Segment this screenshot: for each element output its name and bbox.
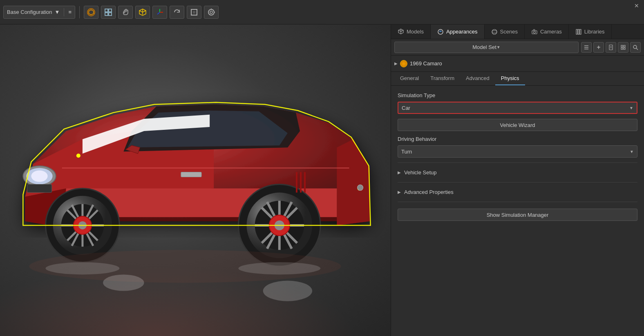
- advanced-properties-section: ▶ Advanced Properties: [398, 186, 637, 198]
- svg-rect-11: [193, 11, 195, 13]
- vehicle-setup-section: ▶ Vehicle Setup: [398, 166, 637, 179]
- svg-rect-61: [580, 29, 581, 34]
- car-viewport-svg: [0, 24, 391, 336]
- tab-libraries-label: Libraries: [584, 29, 605, 35]
- scene-tree-item[interactable]: ▶ 1969 Camaro: [391, 56, 644, 72]
- tool-btn-grid[interactable]: [101, 6, 116, 19]
- svg-point-50: [263, 280, 312, 301]
- tab-scenes[interactable]: Scenes: [485, 24, 525, 39]
- svg-rect-6: [109, 13, 112, 16]
- simulation-type-arrow: ▼: [629, 106, 633, 110]
- svg-point-58: [533, 31, 535, 33]
- scene-tree-label: 1969 Camaro: [410, 60, 442, 67]
- svg-point-72: [633, 45, 637, 49]
- advanced-properties-header[interactable]: ▶ Advanced Properties: [398, 186, 637, 198]
- svg-rect-69: [624, 45, 625, 47]
- tab-scenes-label: Scenes: [500, 29, 518, 35]
- simulation-type-dropdown[interactable]: Car ▼: [398, 102, 637, 114]
- tool-btn-rotate[interactable]: [170, 6, 184, 19]
- libraries-icon: [575, 29, 582, 35]
- model-set-grid-btn[interactable]: [618, 42, 628, 53]
- tab-appearances-label: Appearances: [446, 29, 478, 35]
- model-set-actions: +: [581, 42, 641, 53]
- model-set-dropdown[interactable]: Model Set ▼: [394, 42, 579, 53]
- tab-models-label: Models: [407, 29, 424, 35]
- svg-rect-65: [609, 45, 613, 50]
- svg-line-9: [157, 12, 160, 14]
- properties-panel: General Transform Advanced Physics: [391, 72, 644, 336]
- model-set-arrow: ▼: [496, 45, 501, 49]
- show-simulation-manager-button[interactable]: Show Simulation Manager: [398, 209, 637, 221]
- svg-point-53: [358, 185, 363, 191]
- model-set-doc-btn[interactable]: [606, 42, 616, 53]
- right-panel: Models Appearances Scenes Cameras: [391, 24, 644, 336]
- physics-content: Simulation Type Car ▼ Vehicle Wizard Dri…: [391, 86, 644, 227]
- driving-behavior-dropdown[interactable]: Turn ▼: [398, 145, 637, 158]
- svg-rect-43: [296, 172, 297, 192]
- tool-btn-camera[interactable]: [204, 6, 219, 19]
- divider-3: [398, 202, 637, 202]
- sub-tab-advanced[interactable]: Advanced: [460, 72, 495, 85]
- driving-behavior-arrow: ▼: [630, 149, 634, 154]
- vehicle-wizard-button[interactable]: Vehicle Wizard: [398, 119, 637, 131]
- advanced-properties-arrow: ▶: [398, 190, 401, 194]
- appearances-icon: [437, 29, 444, 35]
- tool-btn-box[interactable]: [187, 6, 201, 19]
- model-set-search-btn[interactable]: [630, 42, 641, 53]
- model-set-add-btn[interactable]: +: [593, 42, 604, 53]
- sub-tab-transform[interactable]: Transform: [425, 72, 460, 85]
- svg-rect-71: [624, 48, 625, 49]
- svg-point-48: [238, 262, 320, 274]
- model-set-bar: Model Set ▼ +: [391, 39, 644, 56]
- simulation-type-label: Simulation Type: [398, 92, 637, 98]
- sim-manager-label: Show Simulation Manager: [487, 212, 549, 218]
- svg-rect-44: [300, 172, 302, 192]
- vehicle-setup-arrow: ▶: [398, 170, 401, 175]
- driving-behavior-label: Driving Behavior: [398, 136, 637, 142]
- svg-rect-45: [304, 172, 306, 192]
- tool-btn-sphere[interactable]: [84, 6, 98, 19]
- simulation-type-value: Car: [402, 105, 410, 111]
- svg-point-49: [103, 274, 144, 291]
- svg-rect-3: [105, 9, 108, 12]
- divider-1: [398, 162, 637, 163]
- svg-rect-59: [576, 29, 577, 34]
- main-area: Models Appearances Scenes Cameras: [0, 24, 644, 336]
- model-set-list-btn[interactable]: [581, 42, 592, 53]
- svg-rect-60: [578, 29, 579, 34]
- config-selector[interactable]: Base Configuration ▼ ≡: [3, 6, 75, 19]
- svg-rect-68: [621, 45, 623, 47]
- svg-point-55: [492, 29, 497, 34]
- scene-tree-arrow: ▶: [394, 61, 398, 66]
- svg-point-51: [76, 154, 80, 158]
- models-icon: [398, 29, 404, 35]
- vehicle-setup-header[interactable]: ▶ Vehicle Setup: [398, 166, 637, 179]
- scene-tree-icon: [400, 60, 407, 67]
- divider-2: [398, 182, 637, 182]
- sub-tabs: General Transform Advanced Physics: [391, 72, 644, 86]
- scenes-icon: [491, 29, 498, 35]
- tab-cameras-label: Cameras: [540, 29, 562, 35]
- config-menu-icon[interactable]: ≡: [68, 9, 72, 15]
- svg-point-56: [492, 31, 497, 33]
- tab-libraries[interactable]: Libraries: [569, 24, 612, 39]
- svg-line-73: [636, 48, 638, 50]
- tab-appearances[interactable]: Appearances: [431, 24, 485, 39]
- tab-models[interactable]: Models: [391, 24, 431, 39]
- sub-tab-physics[interactable]: Physics: [495, 72, 525, 85]
- close-button[interactable]: ✕: [633, 2, 641, 10]
- tool-btn-cube[interactable]: [135, 6, 150, 19]
- sub-tab-general[interactable]: General: [394, 72, 425, 85]
- tool-btn-hand[interactable]: [118, 6, 133, 19]
- tool-btn-axis[interactable]: [152, 6, 167, 19]
- top-toolbar: Base Configuration ▼ ≡ ✕: [0, 0, 644, 24]
- svg-rect-42: [181, 172, 201, 177]
- cameras-icon: [531, 29, 538, 35]
- svg-point-18: [31, 170, 47, 182]
- viewport[interactable]: [0, 24, 391, 336]
- config-dropdown-arrow: ▼: [55, 9, 60, 15]
- svg-point-47: [46, 262, 120, 274]
- tab-cameras[interactable]: Cameras: [525, 24, 569, 39]
- svg-rect-4: [109, 9, 112, 12]
- advanced-properties-label: Advanced Properties: [404, 189, 454, 195]
